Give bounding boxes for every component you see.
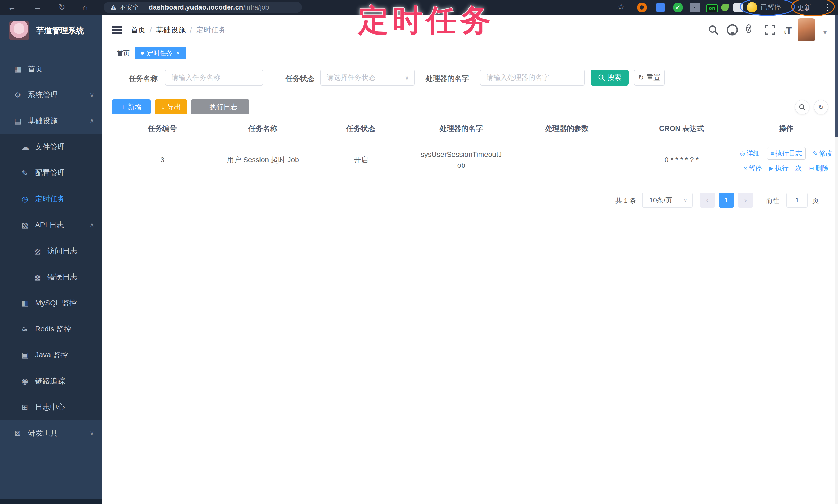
sidebar-item-infra[interactable]: ▤ 基础设施 ∧ (0, 108, 102, 134)
search-button[interactable]: 搜索 (591, 70, 629, 86)
sidebar-item-label: MySQL 监控 (35, 298, 77, 308)
run-once-label: 执行一次 (775, 164, 802, 173)
sidebar-item-trace[interactable]: ◉ 链路追踪 (0, 368, 102, 394)
sidebar-item-redis-monitor[interactable]: ≋ Redis 监控 (0, 316, 102, 342)
job-log-button-label: 执行日志 (210, 102, 238, 111)
eye-icon: ◎ (740, 150, 745, 157)
cell-actions: ◎详细 ≡执行日志 ✎修改 ×暂停 ▶执行一次 ⊟删除 (742, 138, 830, 182)
extension-orange-icon[interactable] (637, 3, 647, 12)
github-icon[interactable] (727, 24, 738, 36)
refresh-table-button[interactable]: ↻ (814, 100, 828, 114)
extension-green-check-icon[interactable]: ✓ (673, 3, 683, 12)
extension-blue-icon[interactable] (656, 3, 665, 12)
job-status-select[interactable]: 请选择任务状态 ∨ (320, 70, 415, 86)
toolbox-icon: ⊠ (14, 429, 28, 437)
bookmark-star-icon[interactable]: ☆ (615, 1, 627, 12)
breadcrumb-infra[interactable]: 基础设施 (156, 25, 186, 35)
sidebar-item-scheduled-jobs[interactable]: ◷ 定时任务 (0, 186, 102, 212)
detail-link[interactable]: ◎详细 (740, 149, 760, 158)
close-icon[interactable]: × (176, 50, 180, 57)
reset-button-label: 重置 (647, 73, 661, 82)
sidebar-item-label: 文件管理 (35, 142, 65, 152)
sidebar-item-label: Redis 监控 (35, 324, 71, 334)
reset-button[interactable]: ↻ 重置 (634, 70, 665, 86)
browser-reload-icon[interactable]: ↻ (56, 2, 68, 13)
api-log-icon: ▧ (22, 221, 35, 230)
next-page-button[interactable]: › (738, 193, 753, 208)
job-log-button[interactable]: ≡ 执行日志 (191, 100, 249, 114)
page-size-value: 10条/页 (649, 196, 672, 205)
tab-label: 首页 (117, 49, 129, 57)
job-name-input[interactable] (165, 70, 263, 86)
page-size-select[interactable]: 10条/页 ∨ (642, 193, 693, 208)
edit-label: 修改 (819, 149, 832, 158)
breadcrumb-separator: / (190, 26, 192, 35)
delete-link[interactable]: ⊟删除 (809, 164, 829, 173)
sidebar-item-java-monitor[interactable]: ▣ Java 监控 (0, 342, 102, 368)
tab-scheduled-jobs[interactable]: 定时任务 × (135, 47, 186, 59)
clock-icon: ◷ (22, 195, 35, 203)
prev-page-button[interactable]: ‹ (700, 193, 715, 208)
sidebar-item-api-log[interactable]: ▧ API 日志 ∧ (0, 212, 102, 238)
help-icon[interactable]: ? (746, 24, 751, 33)
job-status-label: 任务状态 (285, 74, 314, 84)
sidebar-item-log-center[interactable]: ⊞ 日志中心 (0, 394, 102, 420)
run-once-link[interactable]: ▶执行一次 (769, 164, 802, 173)
add-button[interactable]: + 新增 (112, 100, 151, 114)
add-button-label: 新增 (128, 102, 142, 111)
sidebar-item-label: 配置管理 (35, 168, 65, 178)
pause-link[interactable]: ×暂停 (744, 164, 762, 173)
pencil-icon: ✎ (813, 150, 817, 157)
sidebar-item-config-manage[interactable]: ✎ 配置管理 (0, 160, 102, 186)
browser-home-icon[interactable]: ⌂ (80, 2, 91, 13)
extension-leaf-icon[interactable] (721, 4, 729, 11)
sidebar-item-error-log[interactable]: ▩ 错误日志 (0, 264, 102, 290)
app-logo (9, 21, 29, 40)
font-size-big: T (786, 25, 792, 36)
list-icon: ≡ (203, 103, 207, 111)
extension-grid-icon[interactable] (690, 3, 700, 12)
handler-name-text: sysUserSessionTimeoutJob (419, 149, 504, 171)
edit-link[interactable]: ✎修改 (813, 149, 832, 158)
sidebar-submenu-infra: ☁ 文件管理 ✎ 配置管理 ◷ 定时任务 ▧ API 日志 ∧ ▨ 访问日志 ▩ (0, 134, 102, 420)
sidebar-item-dev-tools[interactable]: ⊠ 研发工具 ∨ (0, 420, 102, 446)
search-button-label: 搜索 (607, 73, 621, 82)
delete-label: 删除 (815, 164, 829, 173)
sidebar-bottom-strip (0, 499, 102, 504)
font-size-icon[interactable]: tT (784, 25, 792, 36)
extension-on-badge[interactable]: on (706, 4, 718, 12)
handler-name-label: 处理器的名字 (426, 74, 469, 84)
browser-forward-icon[interactable]: → (32, 2, 43, 13)
chevron-up-icon: ∧ (90, 221, 94, 229)
avatar-caret-icon[interactable]: ▾ (823, 29, 827, 37)
handler-name-input[interactable] (480, 70, 585, 86)
gear-icon: ⚙ (14, 91, 28, 100)
browser-back-icon[interactable]: ← (6, 2, 18, 13)
page-scrollbar-thumb[interactable] (835, 15, 838, 137)
sidebar-item-access-log[interactable]: ▨ 访问日志 (0, 238, 102, 264)
chevron-down-icon: ∨ (405, 74, 409, 81)
toggle-search-button[interactable] (795, 100, 809, 114)
search-icon[interactable] (708, 24, 719, 35)
address-bar[interactable]: ! 不安全 dashboard.yudao.iocoder.cn/infra/j… (104, 2, 302, 13)
sidebar-item-home[interactable]: ▦ 首页 (0, 56, 102, 82)
chevron-up-icon: ∧ (90, 118, 94, 124)
export-button[interactable]: ↓ 导出 (155, 100, 187, 114)
fullscreen-icon[interactable] (765, 24, 775, 35)
tab-home[interactable]: 首页 (111, 47, 136, 59)
row-job-log-link[interactable]: ≡执行日志 (767, 147, 805, 160)
sidebar-item-system[interactable]: ⚙ 系统管理 ∨ (0, 82, 102, 108)
page-number-button[interactable]: 1 (719, 193, 734, 208)
sidebar: 芋道管理系统 ▦ 首页 ⚙ 系统管理 ∨ ▤ 基础设施 ∧ ☁ 文件管理 ✎ 配… (0, 15, 102, 504)
sidebar-item-file-manage[interactable]: ☁ 文件管理 (0, 134, 102, 160)
jobs-table: 任务编号 任务名称 任务状态 处理器的名字 处理器的参数 CRON 表达式 操作… (111, 119, 830, 182)
export-button-label: 导出 (167, 102, 181, 111)
download-icon: ↓ (161, 103, 165, 111)
plus-icon: + (121, 103, 125, 111)
sidebar-collapse-icon[interactable] (111, 26, 122, 34)
breadcrumb-home[interactable]: 首页 (130, 25, 145, 35)
goto-page-input[interactable] (786, 193, 808, 208)
app-logo-row[interactable]: 芋道管理系统 (0, 18, 102, 43)
sidebar-item-mysql-monitor[interactable]: ▥ MySQL 监控 (0, 290, 102, 316)
user-avatar[interactable] (798, 18, 815, 41)
